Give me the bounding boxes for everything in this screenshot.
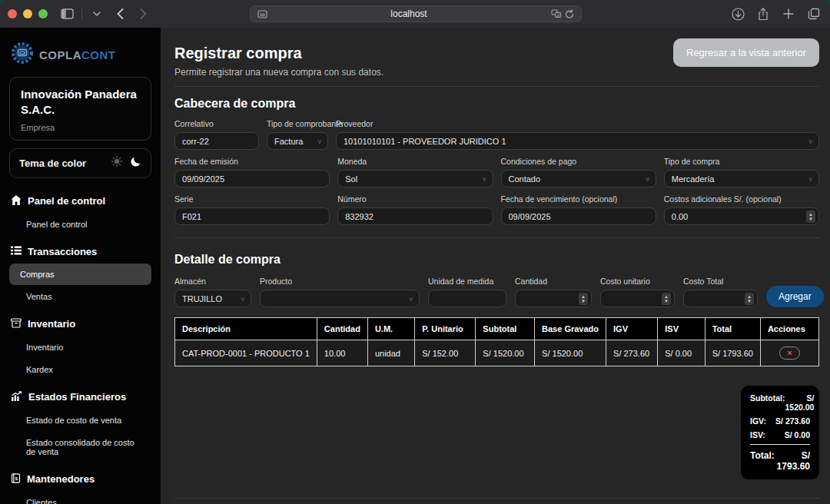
box-icon: [11, 318, 22, 330]
delete-row-button[interactable]: ×: [779, 346, 799, 360]
back-to-previous-view-button[interactable]: Regresar a la vista anterior: [673, 38, 819, 67]
sidebar-toggle-icon[interactable]: [58, 5, 75, 22]
fecha-emision-input[interactable]: [174, 170, 330, 187]
number-stepper[interactable]: ▲▼: [579, 293, 588, 305]
chart-icon: [11, 391, 22, 403]
cell-igv: S/ 273.60: [606, 340, 658, 366]
fecha-vencimiento-field: Fecha de vencimiento (opcional): [501, 194, 656, 225]
brand: COPLACONT: [9, 37, 151, 77]
sidebar-item-estado-de-costo-de-venta[interactable]: Estado de costo de venta: [17, 410, 151, 431]
url-text[interactable]: localhost: [268, 8, 549, 19]
chevron-down-icon[interactable]: [88, 5, 105, 22]
sidebar-item-compras[interactable]: Compras: [9, 264, 151, 285]
serie-input[interactable]: [174, 207, 330, 225]
purchase-items-table: Descripción Cantidad U.M. P. Unitario Su…: [174, 317, 819, 366]
coplacont-logo-icon: [11, 41, 34, 68]
costo-total-field: Costo Total ▲▼: [683, 277, 758, 307]
sidebar-item-estado-consolidado-de-costo-de-venta[interactable]: Estado consolidado de costo de venta: [17, 432, 151, 463]
sidebar-item-inventario[interactable]: Inventario: [17, 337, 151, 358]
company-name: Innovación Panadera S.A.C.: [21, 87, 140, 118]
back-button[interactable]: [111, 5, 128, 22]
cantidad-label: Cantidad: [515, 277, 592, 286]
chevron-down-icon: ∨: [482, 175, 487, 183]
sidebar-item-panel-de-control[interactable]: Panel de control: [17, 214, 151, 235]
serie-field: Serie: [174, 194, 330, 225]
correlativo-input[interactable]: [174, 132, 259, 150]
new-tab-icon[interactable]: [780, 5, 797, 22]
summary-total: Total:S/ 1793.60: [750, 450, 810, 472]
dark-mode-icon[interactable]: [130, 156, 141, 171]
tab-overview-icon[interactable]: [805, 5, 822, 22]
almacen-select[interactable]: TRUJILLO∨: [174, 290, 251, 307]
share-icon[interactable]: [755, 5, 772, 22]
svg-text:s: s: [15, 476, 18, 481]
tipo-comprobante-select[interactable]: Factura∨: [267, 132, 328, 150]
condiciones-pago-select[interactable]: Contado∨: [501, 170, 656, 187]
summary-divider: [750, 444, 810, 445]
theme-label: Tema de color: [19, 158, 111, 169]
agregar-button[interactable]: Agregar: [766, 286, 824, 307]
reader-icon[interactable]: [256, 5, 268, 22]
number-stepper[interactable]: ▲▼: [745, 293, 754, 305]
number-stepper[interactable]: ▲▼: [806, 211, 815, 223]
browser-toolbar: localhost あ: [0, 0, 830, 28]
table-row: CAT-PROD-0001 - PRODUCTO 1 10.00 unidad …: [175, 340, 819, 366]
close-window-button[interactable]: [8, 9, 17, 18]
zoom-window-button[interactable]: [38, 9, 48, 18]
number-stepper[interactable]: ▲▼: [662, 293, 671, 305]
numero-input[interactable]: [337, 207, 493, 225]
chevron-down-icon: ∨: [240, 295, 245, 303]
tipo-compra-field: Tipo de compra Mercadería∨: [664, 157, 819, 187]
cantidad-input[interactable]: ▲▼: [515, 290, 592, 307]
costos-adicionales-input[interactable]: 0.00 ▲▼: [664, 207, 819, 225]
unidad-medida-label: Unidad de medida: [428, 277, 506, 286]
main-content: Registrar compra Permite registrar una n…: [161, 28, 830, 504]
moneda-label: Moneda: [337, 157, 493, 166]
address-bar[interactable]: localhost あ: [250, 5, 582, 22]
chevron-down-icon: ∨: [808, 175, 813, 183]
page-title: Registrar compra: [174, 45, 383, 62]
tipo-compra-select[interactable]: Mercadería∨: [664, 170, 819, 187]
company-card: Innovación Panadera S.A.C. Empresa: [9, 77, 151, 141]
moneda-field: Moneda Sol∨: [337, 157, 493, 187]
col-acciones: Acciones: [760, 318, 818, 340]
reload-icon[interactable]: [563, 5, 576, 22]
cabecera-section-title: Cabecera de compra: [174, 97, 819, 111]
fecha-emision-field: Fecha de emisión: [174, 157, 330, 187]
col-total: Total: [705, 318, 760, 340]
correlativo-field: Correlativo: [174, 119, 259, 150]
proveedor-select[interactable]: 10101010101 - PROVEEDOR JURIDICO 1∨: [336, 132, 819, 150]
cell-p-unitario: S/ 152.00: [415, 340, 476, 366]
nav-section-header: s Mantenedores: [9, 467, 151, 492]
chevron-down-icon: ∨: [808, 138, 813, 145]
forward-button[interactable]: [134, 5, 151, 22]
chevron-down-icon: ∨: [408, 295, 413, 303]
summary-subtotal: Subtotal:S/ 1520.00: [750, 393, 810, 412]
downloads-icon[interactable]: [729, 5, 746, 22]
chevron-down-icon: ∨: [645, 175, 650, 183]
producto-select[interactable]: ∨: [260, 290, 420, 307]
unidad-medida-field: Unidad de medida: [428, 277, 506, 307]
totals-summary: Subtotal:S/ 1520.00 IGV:S/ 273.60 ISV:S/…: [741, 386, 819, 479]
fecha-vencimiento-input[interactable]: [501, 207, 656, 225]
sidebar-item-kardex[interactable]: Kardex: [17, 359, 151, 380]
col-isv: ISV: [658, 318, 705, 340]
light-mode-icon[interactable]: [111, 156, 122, 170]
almacen-field: Almacén TRUJILLO∨: [174, 277, 251, 307]
cell-descripcion: CAT-PROD-0001 - PRODUCTO 1: [175, 340, 317, 366]
fecha-vencimiento-label: Fecha de vencimiento (opcional): [501, 194, 656, 204]
cell-um: unidad: [367, 340, 414, 366]
translate-icon[interactable]: あ: [549, 5, 563, 22]
correlativo-label: Correlativo: [174, 119, 259, 128]
unidad-medida-input[interactable]: [428, 290, 506, 307]
sidebar-item-ventas[interactable]: Ventas: [17, 286, 151, 307]
moneda-select[interactable]: Sol∨: [337, 170, 493, 187]
costo-total-input[interactable]: ▲▼: [683, 290, 758, 307]
minimize-window-button[interactable]: [23, 9, 32, 18]
producto-label: Producto: [260, 277, 420, 286]
nav-section-mantenedores: s Mantenedores Clientes Proveedores Prod…: [9, 467, 151, 504]
proveedor-field: Proveedor 10101010101 - PROVEEDOR JURIDI…: [336, 119, 819, 150]
costo-unitario-input[interactable]: ▲▼: [600, 290, 675, 307]
col-descripcion: Descripción: [175, 318, 317, 340]
sidebar-item-clientes[interactable]: Clientes: [17, 492, 151, 504]
